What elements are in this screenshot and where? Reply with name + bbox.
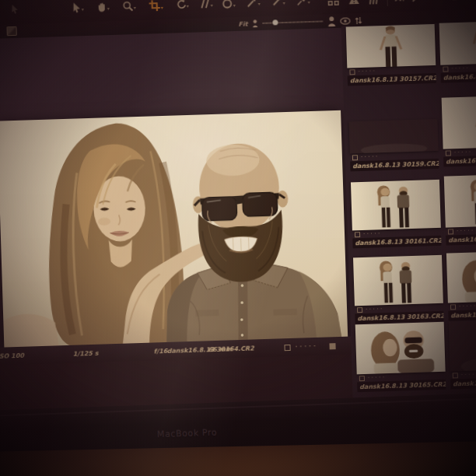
pick-color-tool-button[interactable]: ▾ [296, 0, 310, 5]
rating-dots[interactable]: ····· [457, 227, 475, 235]
browser-toggle-icon[interactable] [6, 26, 16, 36]
filmstrip-cell[interactable]: ····· dansk16.8.1 [439, 20, 476, 83]
rating-dots[interactable]: ····· [361, 153, 380, 161]
thumbnail-image[interactable] [442, 95, 476, 149]
color-tag-icon[interactable] [355, 232, 360, 237]
dropdown-caret-icon[interactable]: ▾ [82, 6, 84, 12]
macbook-brand-label: MacBook Pro [157, 428, 218, 440]
filmstrip-cell[interactable]: ····· dansk16.8.13 30165.CR2 [355, 322, 446, 393]
zoom-slider-knob[interactable] [272, 19, 278, 25]
iso-value: ISO 100 [0, 352, 24, 360]
fit-zoom-label[interactable]: Fit [238, 20, 247, 27]
dropdown-caret-icon[interactable]: ▾ [107, 5, 110, 12]
thumbnail-filename: dansk16.8.13 30157.CR2 [348, 73, 436, 86]
color-tag-icon[interactable] [349, 69, 355, 75]
zoom-slider[interactable] [262, 18, 323, 26]
dropdown-caret-icon[interactable]: ▾ [308, 0, 310, 5]
zoom-slider-track[interactable] [262, 20, 323, 23]
person-small-icon [252, 19, 257, 27]
straighten-tool-button[interactable]: ▾ [200, 0, 212, 9]
text-tool-icon: A [394, 0, 401, 4]
thumbnail-filename: dansk16.8.13 301 [443, 154, 476, 167]
dropdown-caret-icon[interactable]: ▾ [283, 0, 285, 6]
thumbnail-filename: dansk16.8.13 30165.CR2 [357, 380, 446, 393]
filmstrip-cell[interactable]: ····· dansk16.8.13 30163.CR2 [353, 255, 444, 324]
color-tag-icon[interactable] [446, 150, 451, 156]
help-icon: ? [472, 0, 476, 1]
rotate-tool-button[interactable]: ▾ [175, 0, 188, 9]
thumbnail-filename: dansk1 [450, 376, 476, 390]
rating-dots[interactable]: ····· [459, 303, 476, 310]
filmstrip-cell[interactable]: ····· dansk16.8.13 30159.CR2 [349, 119, 439, 172]
apply-check-button[interactable]: ✓ [429, 0, 436, 2]
check-icon: ✓ [429, 0, 436, 2]
pan-tool-button[interactable]: ▾ [96, 2, 110, 12]
thumbnail-image[interactable] [346, 24, 436, 68]
thumbnail-image[interactable] [353, 255, 443, 306]
thumbnail-image[interactable] [351, 180, 441, 231]
color-tag-icon[interactable] [352, 155, 358, 160]
rating-dots[interactable]: ····· [295, 342, 318, 351]
help-button[interactable]: ? [472, 0, 476, 1]
filmstrip-cell[interactable]: ····· dansk16.8.13 30164.CR2 [446, 250, 476, 321]
photographed-laptop-scene: ▾ ▾ ▾ ▾ ▾ ▾ ▾ [0, 0, 476, 476]
thumbnail-filename: dansk16.8.1 [441, 70, 476, 83]
warning-overlay-button[interactable] [348, 0, 359, 5]
crop-tool-button-active[interactable]: ▾ [149, 0, 163, 11]
rating-dots[interactable]: ····· [363, 230, 382, 238]
grid-toggle-icon[interactable] [329, 343, 335, 349]
thumbnail-image[interactable] [355, 322, 446, 375]
dropdown-caret-icon[interactable]: ▾ [211, 2, 213, 9]
sort-arrows-icon[interactable] [355, 16, 362, 24]
image-viewer: ISO 100 1/125 s f/16 66 mm dansk16.8.13 … [0, 28, 352, 366]
thumbnail-image[interactable] [444, 173, 476, 228]
filmstrip-cell[interactable]: ····· dansk16.8.13 30157.CR2 [346, 24, 436, 86]
filmstrip-cell[interactable]: ····· dansk16.8.13 30161.CR2 [351, 180, 442, 249]
color-tag-icon[interactable] [448, 229, 453, 234]
select-tool-button[interactable]: ▾ [72, 2, 84, 12]
thumbnail-image[interactable] [446, 250, 476, 303]
laptop-screen: ▾ ▾ ▾ ▾ ▾ ▾ ▾ [0, 0, 476, 426]
thumbnail-filename: dansk16.8.13 30159.CR2 [350, 159, 439, 172]
thumbnail-image[interactable] [349, 119, 439, 154]
menu-cursor-icon[interactable] [11, 5, 19, 14]
dropdown-caret-icon[interactable]: ▾ [161, 5, 163, 11]
main-photo-illustration [0, 110, 348, 348]
rating-dots[interactable]: ····· [461, 371, 476, 379]
grid-view-button[interactable] [327, 0, 339, 5]
color-tag-icon[interactable] [284, 345, 290, 351]
thumbnail-image[interactable] [449, 319, 476, 372]
color-tag-icon[interactable] [443, 66, 448, 72]
draw-mask-tool-button[interactable]: ▾ [247, 0, 260, 8]
thumbnail-image[interactable] [439, 20, 476, 65]
dropdown-caret-icon[interactable]: ▾ [258, 1, 261, 7]
rating-dots[interactable]: ····· [366, 306, 384, 313]
dropdown-caret-icon[interactable]: ▾ [402, 0, 404, 3]
arrow-annotation-button[interactable] [411, 0, 422, 2]
toolbar-divider [387, 0, 388, 6]
color-tag-icon[interactable] [357, 307, 362, 313]
rating-dots[interactable]: ····· [358, 68, 376, 75]
shutter-value: 1/125 s [73, 350, 99, 358]
rating-dots[interactable]: ····· [368, 374, 387, 382]
text-annotation-button[interactable]: A ▾ [394, 0, 404, 4]
color-tag-icon[interactable] [450, 304, 456, 310]
color-tag-icon[interactable] [359, 375, 365, 380]
person-large-icon [327, 16, 335, 26]
color-tag-icon[interactable] [453, 373, 458, 378]
proof-eye-icon[interactable] [340, 17, 350, 24]
filmstrip-cell[interactable]: ····· dansk16.8.13 301 [442, 95, 476, 167]
erase-mask-tool-button[interactable]: ▾ [271, 0, 285, 6]
loupe-tool-button[interactable]: ▾ [122, 1, 135, 12]
rating-dots[interactable]: ····· [454, 149, 473, 156]
mask-stripes-button[interactable] [368, 0, 379, 5]
overlay-tool-button[interactable]: ▾ [222, 0, 235, 9]
dropdown-caret-icon[interactable]: ▾ [134, 5, 136, 11]
rating-dots[interactable]: ····· [451, 65, 470, 72]
thumbnail-filename: dansk16.8.13 30161.CR2 [352, 236, 441, 249]
dropdown-caret-icon[interactable]: ▾ [233, 2, 236, 9]
filmstrip-cell[interactable]: ····· dansk1 [449, 319, 476, 390]
current-filename: dansk16.8.13 30164.CR2 [160, 345, 261, 355]
filmstrip-cell[interactable]: ····· dansk16.8.13 30162.CR2 [444, 173, 476, 246]
dropdown-caret-icon[interactable]: ▾ [187, 3, 189, 9]
